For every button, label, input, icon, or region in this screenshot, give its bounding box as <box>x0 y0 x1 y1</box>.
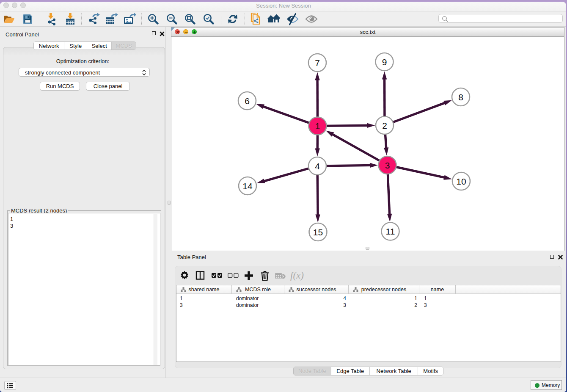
svg-text:6: 6 <box>245 96 250 106</box>
svg-text:4: 4 <box>315 161 320 171</box>
svg-text:9: 9 <box>382 57 387 67</box>
svg-text:15: 15 <box>313 227 323 237</box>
svg-text:2: 2 <box>382 121 387 130</box>
svg-text:8: 8 <box>458 92 463 102</box>
svg-text:3: 3 <box>385 160 390 170</box>
svg-text:14: 14 <box>242 181 253 191</box>
svg-text:7: 7 <box>315 58 320 68</box>
svg-text:10: 10 <box>456 177 466 186</box>
svg-text:11: 11 <box>386 226 395 236</box>
svg-text:1: 1 <box>315 121 320 131</box>
